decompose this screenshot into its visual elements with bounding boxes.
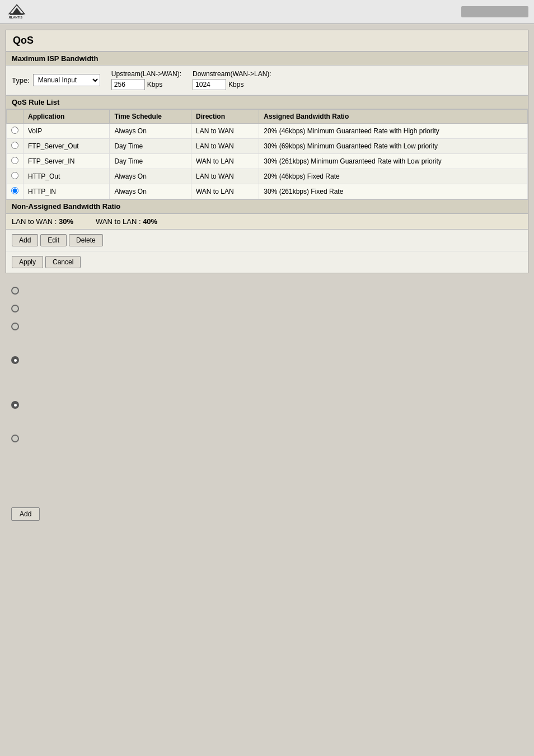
isp-bandwidth-row: Type: Manual Input Upstream(LAN->WAN): K…: [6, 66, 528, 95]
upstream-label: Upstream(LAN->WAN):: [111, 70, 181, 78]
row-radio-input[interactable]: [11, 157, 18, 164]
svg-rect-2: [10, 14, 24, 15]
row-radio-cell[interactable]: [7, 139, 24, 154]
main-panel: QoS Maximum ISP Bandwidth Type: Manual I…: [6, 30, 528, 273]
qos-rule-list-header: QoS Rule List: [6, 95, 528, 109]
table-row: HTTP_OutAlways OnLAN to WAN20% (46kbps) …: [7, 169, 528, 184]
row-direction: WAN to LAN: [191, 184, 259, 199]
row-radio-input[interactable]: [11, 127, 18, 134]
header: TLANTIS A: [0, 0, 534, 24]
row-direction: LAN to WAN: [191, 124, 259, 139]
radio-item-3[interactable]: [11, 323, 526, 330]
row-radio-input[interactable]: [11, 187, 18, 194]
non-assigned-section: Non-Assigned Bandwidth Ratio LAN to WAN …: [6, 199, 528, 230]
row-bandwidth-ratio: 30% (261kbps) Fixed Rate: [259, 184, 528, 199]
col-select: [7, 110, 24, 124]
downstream-unit: Kbps: [228, 81, 243, 88]
edit-button-row: Add Edit Delete: [6, 230, 528, 251]
downstream-label: Downstream(WAN->LAN):: [193, 70, 271, 78]
below-section: Add: [0, 279, 534, 526]
non-assigned-row: LAN to WAN : 30% WAN to LAN : 40%: [6, 213, 528, 230]
row-bandwidth-ratio: 20% (46kbps) Fixed Rate: [259, 169, 528, 184]
row-time-schedule: Always On: [110, 124, 191, 139]
row-radio-cell[interactable]: [7, 124, 24, 139]
radio-5-icon: [11, 401, 19, 409]
svg-text:TLANTIS: TLANTIS: [9, 16, 22, 19]
col-direction: Direction: [191, 110, 259, 124]
col-bandwidth-ratio: Assigned Bandwidth Ratio: [259, 110, 528, 124]
col-time-schedule: Time Schedule: [110, 110, 191, 124]
row-time-schedule: Day Time: [110, 139, 191, 154]
qos-rule-table: Application Time Schedule Direction Assi…: [6, 109, 528, 199]
cancel-button[interactable]: Cancel: [45, 256, 81, 268]
max-isp-bandwidth-section: Maximum ISP Bandwidth Type: Manual Input…: [6, 52, 528, 95]
row-radio-cell[interactable]: [7, 184, 24, 199]
header-right-bar: [461, 6, 528, 17]
type-select[interactable]: Manual Input: [33, 74, 100, 86]
col-application: Application: [24, 110, 110, 124]
max-isp-bandwidth-header: Maximum ISP Bandwidth: [6, 52, 528, 66]
radio-item-5[interactable]: [11, 401, 526, 409]
row-application: FTP_Server_IN: [24, 154, 110, 169]
table-row: HTTP_INAlways OnWAN to LAN30% (261kbps) …: [7, 184, 528, 199]
row-bandwidth-ratio: 30% (69kbps) Minimum Guaranteed Rate wit…: [259, 139, 528, 154]
atlantis-logo-icon: TLANTIS A: [6, 3, 28, 20]
row-application: VoIP: [24, 124, 110, 139]
row-radio-input[interactable]: [11, 172, 18, 179]
radio-item-6[interactable]: [11, 435, 526, 442]
row-time-schedule: Day Time: [110, 154, 191, 169]
radio-2-icon: [11, 305, 19, 312]
row-radio-cell[interactable]: [7, 154, 24, 169]
table-row: FTP_Server_INDay TimeWAN to LAN30% (261k…: [7, 154, 528, 169]
radio-6-icon: [11, 435, 19, 442]
page-title: QoS: [6, 30, 528, 52]
row-radio-input[interactable]: [11, 142, 18, 149]
radio-1-icon: [11, 287, 19, 295]
radio-item-4[interactable]: [11, 356, 526, 364]
lan-to-wan-ratio: LAN to WAN : 30%: [12, 217, 73, 226]
isp-type-group: Type: Manual Input: [12, 74, 100, 86]
row-direction: LAN to WAN: [191, 139, 259, 154]
upstream-input[interactable]: [111, 79, 145, 90]
radio-3-icon: [11, 323, 19, 330]
upstream-unit: Kbps: [147, 81, 162, 88]
table-row: FTP_Server_OutDay TimeLAN to WAN30% (69k…: [7, 139, 528, 154]
table-header-row: Application Time Schedule Direction Assi…: [7, 110, 528, 124]
row-time-schedule: Always On: [110, 169, 191, 184]
row-time-schedule: Always On: [110, 184, 191, 199]
non-assigned-header: Non-Assigned Bandwidth Ratio: [6, 199, 528, 213]
row-application: FTP_Server_Out: [24, 139, 110, 154]
table-row: VoIPAlways OnLAN to WAN20% (46kbps) Mini…: [7, 124, 528, 139]
row-application: HTTP_Out: [24, 169, 110, 184]
downstream-input[interactable]: [193, 79, 226, 90]
row-application: HTTP_IN: [24, 184, 110, 199]
type-label: Type:: [12, 76, 30, 85]
logo: TLANTIS A: [6, 3, 28, 20]
radio-item-1[interactable]: [11, 287, 526, 295]
row-direction: LAN to WAN: [191, 169, 259, 184]
edit-button[interactable]: Edit: [40, 234, 67, 246]
radio-item-2[interactable]: [11, 305, 526, 312]
radio-4-icon: [11, 356, 19, 364]
standalone-add-button[interactable]: Add: [11, 507, 40, 521]
qos-rule-list-section: QoS Rule List Application Time Schedule …: [6, 95, 528, 199]
apply-button[interactable]: Apply: [12, 256, 43, 268]
row-direction: WAN to LAN: [191, 154, 259, 169]
downstream-group: Downstream(WAN->LAN): Kbps: [193, 70, 271, 90]
wan-to-lan-ratio: WAN to LAN : 40%: [96, 217, 157, 226]
upstream-group: Upstream(LAN->WAN): Kbps: [111, 70, 181, 90]
row-bandwidth-ratio: 30% (261kbps) Minimum Guaranteed Rate wi…: [259, 154, 528, 169]
action-button-row: Apply Cancel: [6, 251, 528, 273]
row-radio-cell[interactable]: [7, 169, 24, 184]
delete-button[interactable]: Delete: [69, 234, 103, 246]
add-button[interactable]: Add: [12, 234, 38, 246]
svg-text:A: A: [9, 16, 11, 19]
row-bandwidth-ratio: 20% (46kbps) Minimum Guaranteed Rate wit…: [259, 124, 528, 139]
